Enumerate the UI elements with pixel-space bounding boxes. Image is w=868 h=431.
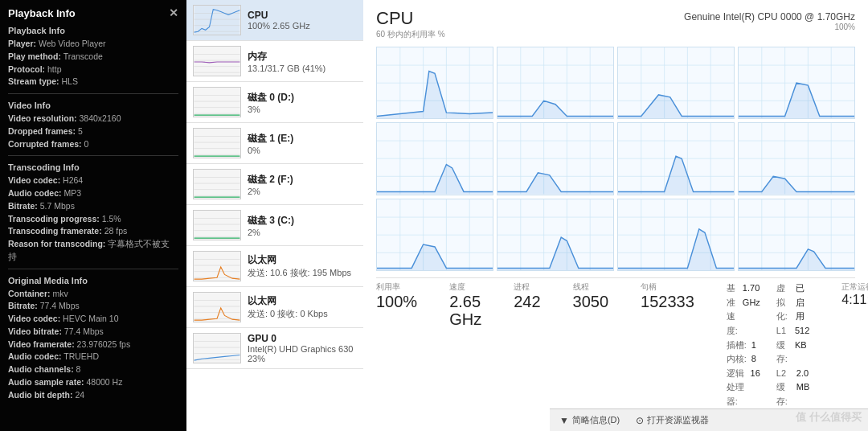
info-row-3-2: Video codec: HEVC Main 10 bbox=[8, 313, 178, 326]
middle-item-info-3: 磁盘 1 (E:)0% bbox=[248, 132, 357, 155]
info-row-3-1: Bitrate: 77.4 Mbps bbox=[8, 300, 178, 313]
speed-col: 速度 2.65 GHz bbox=[449, 281, 481, 431]
chart-svg bbox=[497, 123, 613, 194]
middle-item-8[interactable]: GPU 0Intel(R) UHD Graphics 630 23% bbox=[186, 328, 363, 369]
middle-item-name: 磁盘 1 (E:) bbox=[248, 132, 357, 146]
detail-row-1-0: 虚拟化:已启用 bbox=[776, 281, 809, 324]
chart-cell-2-1 bbox=[497, 199, 614, 271]
detail-val: 16 bbox=[751, 367, 760, 409]
playback-info-title: Playback Info bbox=[8, 7, 76, 19]
watermark: 值 什么值得买 bbox=[796, 410, 862, 425]
middle-item-value: Intel(R) UHD Graphics 630 23% bbox=[248, 344, 357, 363]
middle-item-name: GPU 0 bbox=[248, 333, 357, 344]
mini-chart-8 bbox=[193, 333, 241, 363]
playback-info-header: Playback Info ✕ bbox=[8, 6, 178, 19]
left-panel: Playback Info ✕ Playback InfoPlayer: Web… bbox=[0, 0, 186, 431]
detail-key: 插槽: bbox=[727, 339, 747, 353]
info-row-2-1: Audio codec: MP3 bbox=[8, 187, 178, 200]
middle-item-info-1: 内存13.1/31.7 GB (41%) bbox=[248, 50, 357, 73]
middle-item-name: 以太网 bbox=[248, 294, 357, 308]
middle-item-6[interactable]: 以太网发送: 10.6 接收: 195 Mbps bbox=[186, 246, 363, 287]
cpu-model-block: Genuine Intel(R) CPU 0000 @ 1.70GHz 100% bbox=[684, 8, 855, 31]
field-key: Corrupted frames: bbox=[8, 139, 82, 149]
util-col: 利用率 100% bbox=[376, 281, 417, 431]
mini-chart-6 bbox=[193, 251, 241, 281]
field-key: Video bitrate: bbox=[8, 326, 62, 336]
field-val: 0 bbox=[84, 139, 89, 149]
cpu-model: Genuine Intel(R) CPU 0000 @ 1.70GHz bbox=[684, 11, 855, 23]
field-val: 3840x2160 bbox=[80, 113, 121, 123]
mini-chart-svg bbox=[194, 88, 240, 117]
field-val: 23.976025 fps bbox=[77, 339, 131, 349]
field-val: 1.5% bbox=[102, 214, 121, 224]
bottom-bar-label-1: 打开资源监视器 bbox=[647, 414, 709, 426]
svg-marker-84 bbox=[377, 165, 493, 195]
detail-key: 虚拟化: bbox=[776, 281, 792, 324]
middle-items-list: CPU100% 2.65 GHz内存13.1/31.7 GB (41%)磁盘 0… bbox=[186, 0, 363, 369]
bottom-bar-item-1[interactable]: ⊙打开资源监视器 bbox=[636, 414, 709, 426]
field-val: Transcode bbox=[63, 51, 103, 61]
detail-key: 逻辑处理器: bbox=[727, 367, 746, 409]
info-row-2-3: Transcoding progress: 1.5% bbox=[8, 213, 178, 226]
middle-item-name: 以太网 bbox=[248, 253, 357, 267]
field-key: Dropped frames: bbox=[8, 126, 76, 136]
mini-chart-2 bbox=[193, 87, 241, 117]
field-key: Audio bit depth: bbox=[8, 390, 72, 400]
field-val: 77.4 Mbps bbox=[64, 326, 104, 336]
section-divider bbox=[8, 93, 178, 94]
bottom-bar-icon-0: ▼ bbox=[559, 415, 569, 426]
middle-item-info-4: 磁盘 2 (F:)2% bbox=[248, 173, 357, 196]
thread-value: 3050 bbox=[573, 293, 609, 310]
middle-item-value: 2% bbox=[248, 187, 357, 196]
svg-rect-20 bbox=[194, 170, 240, 199]
middle-item-5[interactable]: 磁盘 3 (C:)2% bbox=[186, 205, 363, 246]
field-key: Container: bbox=[8, 289, 51, 298]
field-key: Player: bbox=[8, 39, 36, 48]
svg-rect-5 bbox=[194, 47, 240, 76]
mini-chart-7 bbox=[193, 292, 241, 322]
info-row-0-0: Player: Web Video Player bbox=[8, 38, 178, 51]
cpu-title: CPU bbox=[376, 8, 445, 29]
chart-svg bbox=[618, 123, 734, 194]
field-val: TRUEHD bbox=[63, 351, 99, 361]
svg-rect-40 bbox=[194, 334, 240, 363]
detail-val: 8 bbox=[751, 352, 756, 367]
middle-item-3[interactable]: 磁盘 1 (E:)0% bbox=[186, 123, 363, 164]
chart-svg bbox=[739, 123, 854, 194]
field-key: Protocol: bbox=[8, 64, 45, 74]
field-key: Transcoding progress: bbox=[8, 214, 100, 224]
middle-item-name: 磁盘 0 (D:) bbox=[248, 91, 357, 105]
svg-marker-52 bbox=[377, 71, 493, 118]
field-val: MP3 bbox=[63, 188, 81, 198]
chart-svg bbox=[377, 47, 493, 118]
field-key: Reason for transcoding: bbox=[8, 239, 105, 248]
right-panel: CPU 60 秒内的利用率 % Genuine Intel(R) CPU 000… bbox=[363, 0, 868, 431]
middle-item-value: 3% bbox=[248, 105, 357, 114]
field-val: 8 bbox=[76, 364, 81, 374]
middle-item-info-0: CPU100% 2.65 GHz bbox=[248, 10, 357, 31]
field-key: Video codec: bbox=[8, 175, 60, 185]
info-row-3-6: Audio channels: 8 bbox=[8, 363, 178, 376]
middle-item-info-5: 磁盘 3 (C:)2% bbox=[248, 214, 357, 237]
info-row-3-7: Audio sample rate: 48000 Hz bbox=[8, 376, 178, 389]
info-row-3-5: Audio codec: TRUEHD bbox=[8, 351, 178, 363]
info-row-3-4: Video framerate: 23.976025 fps bbox=[8, 339, 178, 351]
middle-item-name: CPU bbox=[248, 10, 357, 21]
chart-svg bbox=[377, 123, 493, 194]
info-row-2-5: Reason for transcoding: 字幕格式不被支持 bbox=[8, 238, 178, 264]
middle-item-0[interactable]: CPU100% 2.65 GHz bbox=[186, 0, 363, 41]
bottom-bar-item-0[interactable]: ▼简略信息(D) bbox=[559, 414, 620, 426]
chart-cell-2-2 bbox=[617, 199, 735, 271]
util-label: 利用率 bbox=[376, 281, 417, 293]
middle-item-1[interactable]: 内存13.1/31.7 GB (41%) bbox=[186, 41, 363, 82]
mini-chart-svg bbox=[194, 47, 240, 76]
field-key: Video codec: bbox=[8, 314, 60, 323]
thread-label: 线程 bbox=[573, 281, 609, 293]
chart-cell-1-3 bbox=[738, 122, 855, 195]
middle-item-2[interactable]: 磁盘 0 (D:)3% bbox=[186, 82, 363, 123]
field-val: 77.4 Mbps bbox=[40, 301, 80, 310]
close-button[interactable]: ✕ bbox=[169, 6, 178, 19]
middle-item-7[interactable]: 以太网发送: 0 接收: 0 Kbps bbox=[186, 287, 363, 328]
cpu-title-block: CPU 60 秒内的利用率 % bbox=[376, 8, 445, 43]
middle-item-4[interactable]: 磁盘 2 (F:)2% bbox=[186, 164, 363, 205]
